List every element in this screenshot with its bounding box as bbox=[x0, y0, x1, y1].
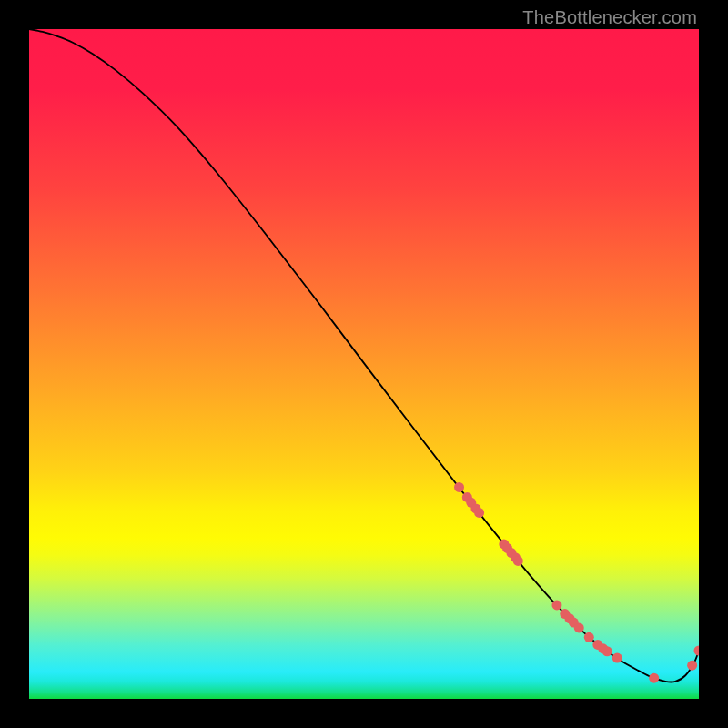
data-point bbox=[551, 600, 561, 610]
data-point bbox=[612, 653, 622, 663]
stage: TheBottlenecker.com bbox=[0, 0, 728, 728]
data-point bbox=[574, 622, 584, 632]
data-point bbox=[584, 632, 594, 642]
chart-plot bbox=[29, 29, 699, 699]
data-point bbox=[474, 508, 484, 518]
data-point bbox=[694, 646, 699, 656]
data-point bbox=[454, 482, 464, 492]
data-point bbox=[649, 673, 659, 683]
data-point bbox=[687, 661, 697, 671]
data-point bbox=[513, 556, 523, 566]
site-signature: TheBottlenecker.com bbox=[522, 7, 697, 28]
chart-overlay bbox=[29, 29, 699, 699]
curve-line bbox=[29, 29, 699, 682]
data-point bbox=[602, 646, 612, 656]
curve-markers bbox=[454, 482, 699, 683]
